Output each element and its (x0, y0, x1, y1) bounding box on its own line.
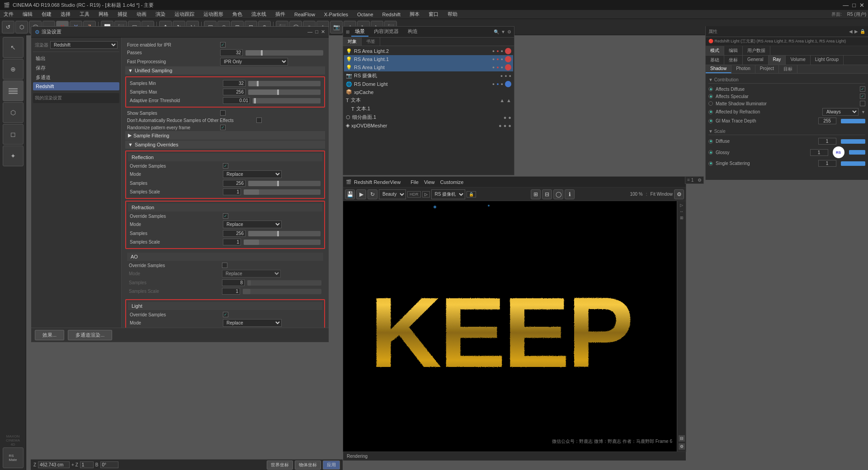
prop-main-tab-volume[interactable]: Volume (786, 56, 810, 65)
menu-snap[interactable]: 捕捉 (116, 11, 129, 18)
menu-motion[interactable]: 运动跟踪 (173, 11, 196, 18)
gi-trace-slider[interactable] (841, 119, 866, 123)
affects-diffuse-checkbox[interactable]: ✓ (860, 86, 865, 92)
render-side-btn-3[interactable]: ⊞ (680, 216, 684, 220)
prop-main-tab-ray[interactable]: Ray (769, 56, 786, 65)
gi-trace-input[interactable] (818, 118, 836, 124)
diffuse-scale-slider[interactable] (841, 139, 866, 144)
tree-rs-area-light-2[interactable]: 💡 RS Area Light.2 ● ● ● (344, 47, 513, 55)
tree-xpovdb[interactable]: ◈ xpOVDBMesher ● ● ● (344, 122, 513, 129)
menu-window[interactable]: 窗口 (427, 11, 440, 18)
render-circle-btn[interactable]: ◯ (553, 189, 563, 199)
prop-arrow-right[interactable]: ▶ (854, 29, 858, 34)
renderer-select[interactable]: Redshift (50, 41, 118, 49)
samples-max-input[interactable] (223, 89, 245, 95)
prop-main-tab-coord[interactable]: 坐标 (724, 56, 743, 65)
matte-shadow-checkbox[interactable] (860, 101, 865, 106)
ao-override-checkbox[interactable] (222, 263, 227, 268)
left-btn-4[interactable]: ⬡ (3, 102, 24, 123)
settings-gear-indicator[interactable]: ⚙ (698, 178, 702, 183)
tree-rs-area-light-1[interactable]: 💡 RS Area Light.1 ● ● ● (344, 55, 513, 63)
window-controls[interactable]: — □ ✕ (843, 2, 864, 9)
samples-min-input[interactable] (223, 80, 245, 87)
sampling-overrides-header[interactable]: ▼ Sampling Overrides (125, 141, 325, 149)
affected-refraction-dropdown[interactable]: Always (822, 108, 859, 116)
refraction-scale-slider[interactable] (244, 240, 321, 245)
gi-trace-radio[interactable] (708, 119, 713, 123)
render-menu-view[interactable]: View (424, 179, 435, 185)
prop-sub-tab-shadow[interactable]: Shadow (706, 65, 731, 73)
prop-tab-mode[interactable]: 模式 (706, 46, 724, 55)
minimize-btn[interactable]: — (843, 2, 849, 9)
samples-min-slider[interactable] (248, 81, 321, 86)
dialog-minimize[interactable]: — (307, 29, 312, 35)
tree-text-1[interactable]: T 文本.1 (344, 104, 513, 113)
scene-search-icon[interactable]: 🔍 (494, 29, 499, 34)
affects-diffuse-radio[interactable] (708, 87, 713, 91)
affects-specular-checkbox[interactable]: ✓ (860, 94, 865, 99)
render-side-btn-5[interactable]: ⚙ (679, 443, 685, 450)
tree-text[interactable]: T 文本 ▲ ▲ (344, 96, 513, 104)
ao-mode-select[interactable]: Replace (222, 270, 281, 277)
render-icon-btn-1[interactable]: ▷ (422, 191, 430, 197)
glossy-scale-radio[interactable] (708, 150, 713, 155)
menu-render[interactable]: 演染 (154, 11, 167, 18)
prop-main-tab-lightgroup[interactable]: Light Group (811, 56, 844, 65)
coord-z-input[interactable] (38, 461, 70, 468)
sidebar-redshift[interactable]: Redshift (33, 82, 119, 90)
render-mode-select[interactable]: Beauty (379, 189, 406, 199)
refraction-samples-input[interactable] (223, 230, 245, 237)
scene-subtab-bookmarks[interactable]: 书签 (362, 38, 380, 46)
render-toolbar-save[interactable]: 💾 (345, 189, 355, 199)
multipass-btn[interactable]: 多通道渲染... (68, 330, 112, 340)
passes-input[interactable] (220, 49, 243, 56)
prop-lock-icon[interactable]: 🔒 (860, 29, 865, 34)
render-menu-file[interactable]: File (410, 179, 419, 185)
prop-arrow-left[interactable]: ◀ (849, 29, 853, 34)
refraction-mode-select[interactable]: Replace (223, 221, 282, 228)
mode-btn-2[interactable]: ⬡ (15, 21, 28, 33)
left-btn-5[interactable]: ◻ (3, 124, 24, 145)
sidebar-save[interactable]: 保存 (33, 63, 119, 73)
diffuse-scale-radio[interactable] (708, 139, 713, 144)
passes-slider[interactable] (245, 50, 323, 56)
menu-octane[interactable]: Octane (355, 12, 375, 17)
adaptive-error-slider[interactable] (253, 98, 321, 103)
menu-mograph[interactable]: 运动图形 (202, 11, 225, 18)
menu-realflow[interactable]: RealFlow (292, 12, 317, 17)
render-camera-select[interactable]: RS 摄像机 (431, 189, 465, 199)
affects-specular-radio[interactable] (708, 94, 713, 99)
scene-tab-browser[interactable]: 内容浏览器 (370, 27, 402, 37)
left-btn-6[interactable]: ✦ (3, 146, 24, 166)
ao-scale-input[interactable] (222, 288, 240, 295)
scene-settings-icon[interactable]: ⚙ (507, 29, 511, 34)
menu-pipeline[interactable]: 流水线 (250, 11, 268, 18)
prop-tab-userdata[interactable]: 用户数据 (743, 46, 770, 55)
prop-sub-tab-project[interactable]: Project (755, 65, 779, 73)
ao-samples-input[interactable] (222, 279, 245, 286)
affected-refraction-radio[interactable] (708, 110, 713, 114)
prop-main-tab-basic[interactable]: 基础 (706, 56, 724, 65)
matte-shadow-radio[interactable] (708, 101, 713, 106)
sample-filtering-header[interactable]: ▶ Sample Filtering (125, 131, 325, 140)
light-override-checkbox[interactable]: ✓ (223, 312, 228, 317)
sidebar-multipass[interactable]: 多通道 (33, 73, 119, 82)
close-btn[interactable]: ✕ (859, 2, 864, 9)
coord-b-input[interactable] (100, 461, 118, 468)
dialog-close[interactable]: ✕ (321, 29, 325, 35)
menu-create[interactable]: 创建 (40, 11, 53, 18)
unified-sampling-header[interactable]: ▼ Unified Sampling (125, 66, 325, 75)
glossy-scale-slider[interactable] (849, 150, 866, 155)
render-settings-btn[interactable]: ⚙ (674, 189, 684, 199)
prop-main-tab-general[interactable]: General (743, 56, 769, 65)
scene-filter-icon[interactable]: ▼ (501, 29, 505, 34)
show-samples-checkbox[interactable] (220, 110, 226, 116)
glossy-scale-input[interactable] (810, 149, 828, 156)
reflection-override-checkbox[interactable]: ✓ (223, 163, 228, 169)
render-info-btn[interactable]: ℹ (565, 189, 575, 199)
dont-reduce-checkbox[interactable] (256, 118, 262, 123)
maximize-btn[interactable]: □ (852, 2, 856, 9)
menu-redshift[interactable]: Redshift (381, 12, 402, 17)
render-lock-btn[interactable]: 🔒 (467, 191, 476, 197)
mode-btn-1[interactable]: ↺ (2, 21, 14, 33)
